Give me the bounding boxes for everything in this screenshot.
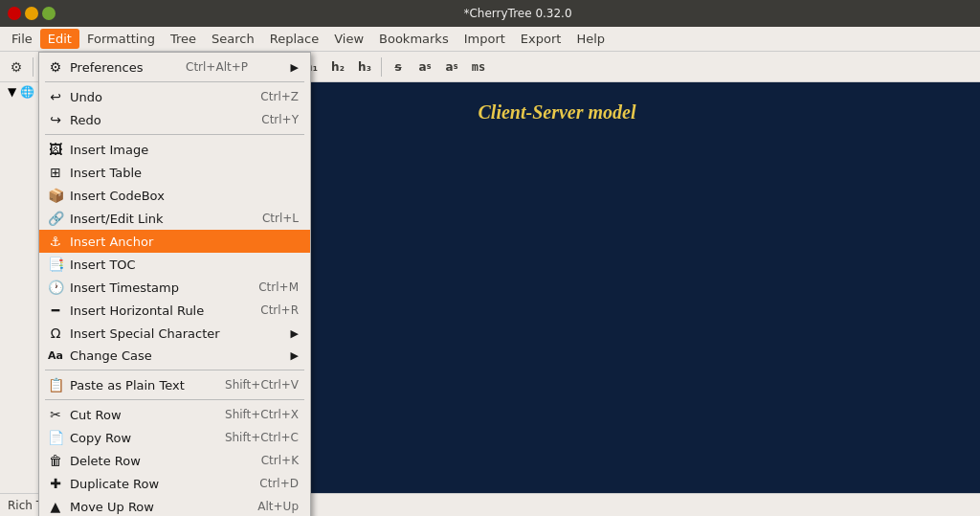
menu-item-preferences-label: Preferences bbox=[70, 60, 143, 75]
menu-separator-1 bbox=[45, 81, 304, 82]
menu-item-insert-anchor[interactable]: ⚓ Insert Anchor bbox=[39, 230, 310, 253]
insert-special-char-icon: Ω bbox=[47, 325, 64, 341]
menu-bookmarks[interactable]: Bookmarks bbox=[371, 29, 457, 49]
menu-item-delete-row-shortcut: Ctrl+K bbox=[261, 454, 299, 467]
sup-toolbar-btn[interactable]: as bbox=[412, 55, 437, 79]
insert-link-icon: 🔗 bbox=[47, 211, 64, 226]
menu-item-copy-row-label: Copy Row bbox=[70, 431, 131, 445]
menu-separator-4 bbox=[45, 399, 304, 400]
menu-item-redo[interactable]: ↪ Redo Ctrl+Y bbox=[39, 108, 310, 131]
menu-help[interactable]: Help bbox=[568, 29, 612, 49]
minimize-button[interactable] bbox=[25, 7, 38, 20]
menu-item-insert-anchor-label: Insert Anchor bbox=[70, 235, 153, 249]
toolbar-separator-1 bbox=[33, 57, 33, 77]
menu-item-delete-row-label: Delete Row bbox=[70, 454, 141, 468]
menu-item-delete-row[interactable]: 🗑 Delete Row Ctrl+K bbox=[39, 449, 310, 472]
menu-item-paste-plain[interactable]: 📋 Paste as Plain Text Shift+Ctrl+V bbox=[39, 373, 310, 396]
menu-item-cut-row[interactable]: ✂ Cut Row Shift+Ctrl+X bbox=[39, 403, 310, 426]
duplicate-row-icon: ✚ bbox=[47, 476, 64, 491]
menu-item-insert-timestamp[interactable]: 🕐 Insert Timestamp Ctrl+M bbox=[39, 276, 310, 299]
menu-item-duplicate-row-label: Duplicate Row bbox=[70, 477, 159, 491]
menu-item-undo[interactable]: ↩ Undo Ctrl+Z bbox=[39, 85, 310, 108]
insert-toc-icon: 📑 bbox=[47, 257, 64, 272]
menu-item-cut-row-label: Cut Row bbox=[70, 408, 122, 422]
menu-item-copy-row[interactable]: 📄 Copy Row Shift+Ctrl+C bbox=[39, 426, 310, 449]
insert-rule-icon: ━ bbox=[47, 303, 64, 318]
menu-item-cut-row-shortcut: Shift+Ctrl+X bbox=[225, 408, 299, 421]
menu-item-duplicate-row[interactable]: ✚ Duplicate Row Ctrl+D bbox=[39, 472, 310, 495]
menu-item-redo-shortcut: Ctrl+Y bbox=[261, 113, 299, 126]
menu-item-move-up-row-shortcut: Alt+Up bbox=[257, 500, 299, 513]
toolbar-separator-5 bbox=[381, 57, 382, 77]
menu-search[interactable]: Search bbox=[204, 29, 262, 49]
mono-toolbar-btn[interactable]: ms bbox=[466, 55, 491, 79]
menu-item-insert-image-label: Insert Image bbox=[70, 143, 148, 157]
menu-item-insert-link-label: Insert/Edit Link bbox=[70, 212, 164, 226]
insert-timestamp-icon: 🕐 bbox=[47, 280, 64, 295]
menu-separator-3 bbox=[45, 370, 304, 370]
menu-item-insert-link[interactable]: 🔗 Insert/Edit Link Ctrl+L bbox=[39, 207, 310, 230]
h2-toolbar-btn[interactable]: h₂ bbox=[325, 55, 350, 79]
menu-view[interactable]: View bbox=[326, 29, 371, 49]
insert-codebox-icon: 📦 bbox=[47, 188, 64, 203]
preferences-toolbar-btn[interactable]: ⚙ bbox=[4, 55, 29, 79]
window-controls bbox=[8, 7, 56, 20]
menu-edit[interactable]: Edit bbox=[40, 29, 79, 49]
menu-item-insert-table[interactable]: ⊞ Insert Table bbox=[39, 161, 310, 184]
preferences-icon: ⚙ bbox=[47, 59, 64, 75]
change-case-icon: Aa bbox=[47, 349, 64, 362]
menu-file[interactable]: File bbox=[4, 29, 40, 49]
menu-item-insert-toc-label: Insert TOC bbox=[70, 258, 136, 272]
menu-item-insert-image[interactable]: 🖼 Insert Image bbox=[39, 138, 310, 161]
menu-item-paste-plain-label: Paste as Plain Text bbox=[70, 378, 185, 393]
menu-item-change-case-label: Change Case bbox=[70, 348, 152, 363]
insert-anchor-icon: ⚓ bbox=[47, 234, 64, 249]
menu-item-change-case[interactable]: Aa Change Case ▶ bbox=[39, 345, 310, 367]
sub-toolbar-btn[interactable]: as bbox=[439, 55, 464, 79]
delete-row-icon: 🗑 bbox=[47, 453, 64, 468]
menu-export[interactable]: Export bbox=[513, 29, 569, 49]
menu-item-move-up-row[interactable]: ▲ Move Up Row Alt+Up bbox=[39, 495, 310, 516]
menu-formatting[interactable]: Formatting bbox=[79, 29, 163, 49]
menu-item-preferences-shortcut: Ctrl+Alt+P bbox=[186, 60, 248, 74]
menu-item-move-up-row-label: Move Up Row bbox=[70, 500, 154, 514]
menu-import[interactable]: Import bbox=[457, 29, 513, 49]
menu-item-insert-toc[interactable]: 📑 Insert TOC bbox=[39, 253, 310, 276]
maximize-button[interactable] bbox=[42, 7, 56, 20]
close-button[interactable] bbox=[8, 7, 21, 20]
redo-icon: ↪ bbox=[47, 112, 64, 127]
insert-image-icon: 🖼 bbox=[47, 142, 64, 157]
edit-dropdown-menu: ⚙ Preferences Ctrl+Alt+P ▶ ↩ Undo Ctrl+Z… bbox=[38, 52, 311, 516]
menu-item-insert-special-char[interactable]: Ω Insert Special Character ▶ bbox=[39, 322, 310, 345]
menu-item-insert-codebox-label: Insert CodeBox bbox=[70, 189, 165, 203]
menu-item-insert-rule[interactable]: ━ Insert Horizontal Rule Ctrl+R bbox=[39, 299, 310, 322]
menu-tree[interactable]: Tree bbox=[163, 29, 204, 49]
menubar: File Edit Formatting Tree Search Replace… bbox=[0, 27, 980, 52]
undo-icon: ↩ bbox=[47, 89, 64, 104]
preferences-submenu-arrow: ▶ bbox=[291, 61, 299, 74]
menu-item-preferences[interactable]: ⚙ Preferences Ctrl+Alt+P ▶ bbox=[39, 56, 310, 79]
h3-toolbar-btn[interactable]: h₃ bbox=[352, 55, 377, 79]
menu-separator-2 bbox=[45, 134, 304, 135]
paste-plain-icon: 📋 bbox=[47, 377, 64, 393]
menu-item-insert-timestamp-shortcut: Ctrl+M bbox=[258, 280, 299, 294]
strike-toolbar-btn[interactable]: s bbox=[386, 55, 411, 79]
menu-item-undo-shortcut: Ctrl+Z bbox=[260, 90, 299, 103]
menu-item-paste-plain-shortcut: Shift+Ctrl+V bbox=[225, 378, 299, 392]
menu-replace[interactable]: Replace bbox=[262, 29, 326, 49]
insert-table-icon: ⊞ bbox=[47, 165, 64, 180]
change-case-submenu-arrow: ▶ bbox=[291, 349, 299, 362]
copy-row-icon: 📄 bbox=[47, 430, 64, 445]
menu-item-undo-label: Undo bbox=[70, 90, 102, 104]
menu-item-insert-table-label: Insert Table bbox=[70, 166, 142, 180]
menu-item-copy-row-shortcut: Shift+Ctrl+C bbox=[225, 431, 299, 444]
menu-item-insert-special-char-label: Insert Special Character bbox=[70, 326, 220, 341]
menu-item-insert-codebox[interactable]: 📦 Insert CodeBox bbox=[39, 184, 310, 207]
sidebar-node-icon: 🌐 bbox=[20, 85, 34, 99]
menu-item-redo-label: Redo bbox=[70, 113, 101, 127]
titlebar: *CherryTree 0.32.0 bbox=[0, 0, 980, 27]
menu-item-insert-timestamp-label: Insert Timestamp bbox=[70, 280, 179, 295]
insert-special-char-submenu-arrow: ▶ bbox=[291, 327, 299, 340]
sidebar-arrow-icon: ▼ bbox=[8, 85, 16, 99]
move-up-row-icon: ▲ bbox=[47, 499, 64, 514]
